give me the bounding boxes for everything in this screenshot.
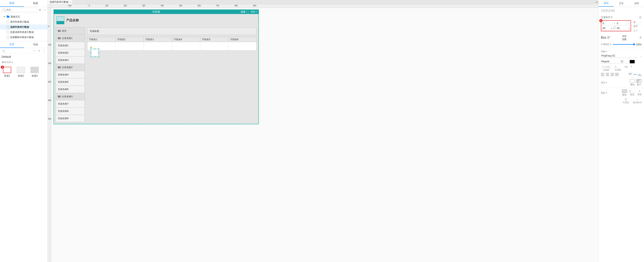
resize-handle[interactable]: [94, 56, 96, 57]
nav-item[interactable]: 分类名称2: [56, 64, 85, 71]
page-search-input[interactable]: 搜索...: [2, 8, 37, 12]
stroke-width-input[interactable]: 1: [629, 90, 636, 93]
nav-item[interactable]: 页面名称8: [56, 107, 85, 115]
font-color-swatch[interactable]: [630, 60, 635, 63]
typography-label[interactable]: 排版 ▾: [601, 50, 607, 53]
align-justify-icon[interactable]: [615, 73, 619, 76]
resize-handle[interactable]: [98, 52, 99, 53]
align-right-icon[interactable]: [610, 73, 614, 76]
canvas[interactable]: 列表值 隔离 ⛶ 关闭 × 产品名称 首页 分类名称1 页面名称1 页: [51, 8, 598, 262]
library-section[interactable]: 基本元件 ▾: [0, 60, 48, 65]
valign-top-icon[interactable]: [629, 73, 632, 76]
stroke-color-swatch[interactable]: [622, 89, 627, 93]
font-dropdown-icon[interactable]: ⌄: [640, 55, 642, 57]
align-left-icon[interactable]: [601, 73, 604, 76]
tab-widgets[interactable]: 元件: [0, 41, 24, 48]
nav-item[interactable]: 首页: [56, 27, 85, 35]
fill-image-swatch[interactable]: [636, 79, 642, 83]
text-rotate-icon[interactable]: T: [636, 30, 638, 32]
stroke-label[interactable]: 线段 ▾: [601, 91, 607, 94]
x-input[interactable]: 0X: [602, 22, 616, 25]
create-style-link[interactable]: 创建: [622, 38, 626, 41]
update-style-link[interactable]: 更新: [622, 35, 626, 38]
tab-notes[interactable]: 说明: [629, 0, 644, 7]
valign-bottom-icon[interactable]: [638, 73, 642, 76]
line-height-input[interactable]: 17 (auto): [601, 65, 611, 68]
h-input[interactable]: 40H: [616, 26, 630, 30]
file-tab[interactable]: 选择列表单行数据 ×: [48, 0, 72, 4]
nav-item[interactable]: 页面名称3: [56, 56, 85, 64]
nav-item[interactable]: 分类名称1: [56, 35, 85, 42]
nav-item[interactable]: 分类名称3: [56, 93, 85, 100]
add-lib-button[interactable]: +: [32, 49, 36, 52]
nav-item[interactable]: 页面名称6: [56, 85, 85, 93]
library-name[interactable]: Default: [0, 54, 48, 60]
resize-handle[interactable]: [94, 48, 96, 49]
add-folder-button[interactable]: ▭: [43, 8, 46, 12]
align-center-icon[interactable]: [606, 73, 609, 76]
cell[interactable]: [200, 42, 228, 50]
fill-color-swatch[interactable]: [630, 79, 635, 83]
flip-h-icon[interactable]: ⇔: [634, 30, 635, 32]
nav-item[interactable]: 页面名称2: [56, 49, 85, 57]
tab-outline[interactable]: 概要: [24, 0, 48, 7]
resize-handle[interactable]: [98, 56, 99, 57]
opacity-value[interactable]: 100%: [636, 43, 642, 46]
folder-row[interactable]: 高级交互: [0, 14, 48, 19]
cell[interactable]: [228, 42, 257, 50]
lock-icon[interactable]: [613, 27, 615, 29]
tab-pages[interactable]: 页面: [0, 0, 24, 7]
column-header[interactable]: 字段名5: [200, 37, 228, 42]
isolate-button[interactable]: 隔离 ⛶: [241, 10, 249, 14]
font-size-input[interactable]: 12: [620, 60, 628, 64]
valign-middle-icon[interactable]: [634, 73, 637, 76]
resize-handle[interactable]: [90, 52, 92, 53]
add-page-button[interactable]: ⊞: [38, 8, 42, 12]
opacity-label[interactable]: 不透明性 ▾: [601, 43, 611, 46]
visibility-toggle-icon[interactable]: ◫: [625, 98, 627, 101]
resize-handle[interactable]: [90, 48, 92, 49]
column-header[interactable]: 字段名4: [172, 37, 200, 42]
nav-item[interactable]: 页面名称4: [56, 71, 85, 78]
nav-item[interactable]: 页面名称7: [56, 100, 85, 107]
lib-menu-button[interactable]: ⋮: [43, 49, 46, 52]
widget-rect3[interactable]: 矩形3: [30, 67, 39, 78]
cell[interactable]: [172, 42, 200, 50]
cell[interactable]: [116, 42, 144, 50]
widget-rect2[interactable]: 矩形2: [16, 67, 25, 78]
fill-label[interactable]: 填充 ▾: [601, 81, 607, 84]
column-header[interactable]: 字段名1: [87, 37, 116, 42]
cell[interactable]: [144, 42, 172, 50]
column-header[interactable]: 字段名6: [228, 37, 257, 42]
text-transform-icon[interactable]: Aa: [624, 65, 628, 68]
lib-import-button[interactable]: ⎘: [38, 49, 41, 52]
selected-element[interactable]: [91, 49, 99, 57]
page-row[interactable]: 悬停列表某行数据: [0, 19, 48, 25]
style-manage-icon[interactable]: ☰: [640, 36, 642, 39]
nav-item[interactable]: 页面名称9: [56, 115, 85, 122]
widget-rect1[interactable]: 1 矩形1: [3, 67, 12, 78]
search-icon[interactable]: [2, 50, 5, 52]
table-row[interactable]: [87, 42, 257, 51]
visibility-icon[interactable]: [639, 17, 642, 19]
tabbar-menu[interactable]: ▾: [595, 0, 598, 4]
nav-item[interactable]: 页面名称5: [56, 78, 85, 86]
close-icon[interactable]: ×: [70, 1, 71, 4]
tab-masters[interactable]: 母版: [24, 41, 48, 48]
y-input[interactable]: 0Y: [616, 22, 630, 25]
arrow-style-icon[interactable]: ↔: [636, 98, 638, 101]
w-input[interactable]: 40W: [602, 26, 616, 30]
page-row[interactable]: 批量选择列表多行数据: [0, 30, 48, 35]
font-family-select[interactable]: PingFang SC: [601, 54, 638, 58]
column-header[interactable]: 字段名3: [144, 37, 172, 42]
text-options-icon[interactable]: ¶: [631, 65, 632, 68]
column-header[interactable]: 字段名2: [116, 37, 144, 42]
tab-interactions[interactable]: 交互: [614, 0, 629, 7]
artboard[interactable]: 列表值 隔离 ⛶ 关闭 × 产品名称 首页 分类名称1 页面名称1 页: [54, 10, 259, 124]
page-title-box[interactable]: 页面标题: [87, 27, 257, 35]
shape-name-input[interactable]: (矩形名称): [598, 7, 644, 15]
letter-spacing-input[interactable]: 0: [614, 65, 622, 68]
resize-handle[interactable]: [90, 56, 92, 57]
opacity-slider[interactable]: [613, 44, 634, 45]
close-button[interactable]: 关闭 ×: [250, 10, 258, 14]
